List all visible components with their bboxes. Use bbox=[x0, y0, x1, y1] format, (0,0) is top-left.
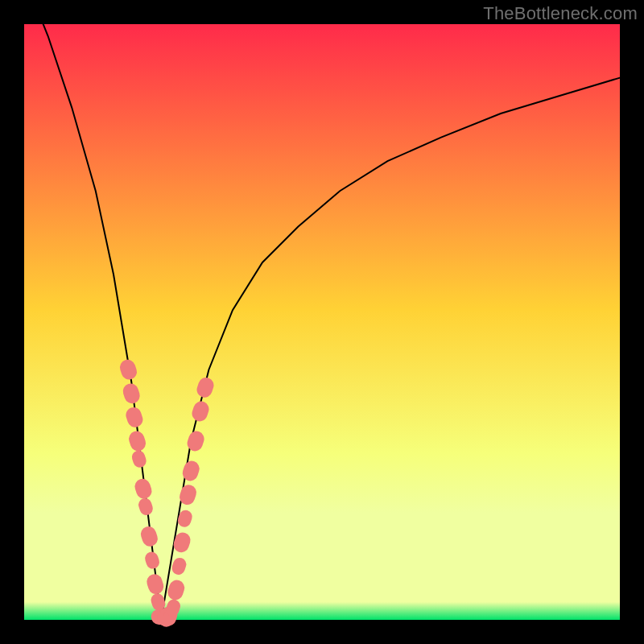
curve-marker-pill bbox=[143, 550, 161, 570]
plot-area bbox=[24, 24, 620, 620]
curve-marker bbox=[145, 572, 166, 597]
curve-marker bbox=[127, 429, 148, 453]
curve-marker bbox=[170, 556, 188, 576]
bottleneck-curve bbox=[24, 0, 620, 620]
curve-marker-pill bbox=[118, 357, 139, 382]
curve-marker-pill bbox=[185, 429, 206, 453]
curve-marker-pill bbox=[121, 382, 142, 406]
bottleneck-curve-svg bbox=[24, 24, 620, 620]
curve-marker bbox=[185, 429, 206, 453]
curve-marker bbox=[166, 578, 187, 602]
watermark-text: TheBottleneck.com bbox=[483, 3, 638, 24]
curve-marker bbox=[118, 357, 139, 382]
curve-marker bbox=[124, 406, 145, 430]
curve-marker bbox=[138, 525, 159, 549]
curve-marker-pill bbox=[180, 459, 201, 483]
curve-marker bbox=[130, 449, 148, 469]
curve-marker-pill bbox=[138, 525, 159, 549]
curve-marker bbox=[137, 497, 155, 517]
curve-marker-pill bbox=[124, 406, 145, 430]
curve-marker bbox=[133, 477, 154, 501]
curve-marker-pill bbox=[170, 556, 188, 576]
chart-frame: TheBottleneck.com bbox=[0, 0, 644, 644]
curve-marker-pill bbox=[166, 578, 187, 602]
curve-marker-pill bbox=[130, 449, 148, 469]
curve-marker-pill bbox=[137, 497, 155, 517]
curve-marker bbox=[143, 550, 161, 570]
curve-marker bbox=[121, 382, 142, 406]
curve-marker-pill bbox=[133, 477, 154, 501]
curve-marker bbox=[190, 399, 211, 423]
curve-marker bbox=[195, 376, 216, 400]
curve-marker-pill bbox=[127, 429, 148, 453]
curve-marker-pill bbox=[195, 376, 216, 400]
curve-marker bbox=[180, 459, 201, 483]
curve-marker-pill bbox=[145, 572, 166, 597]
curve-marker-pill bbox=[190, 399, 211, 423]
